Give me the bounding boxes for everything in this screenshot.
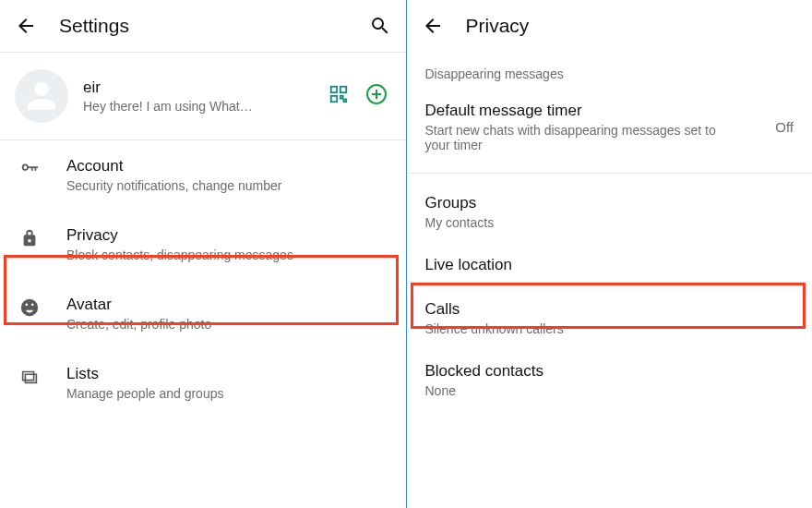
row-title: Calls [425,300,794,319]
lock-icon [18,226,41,248]
settings-item-avatar[interactable]: Avatar Create, edit, profile photo [0,279,406,348]
settings-item-privacy[interactable]: Privacy Block contacts, disappearing mes… [0,210,406,279]
svg-rect-3 [340,96,342,99]
privacy-pane: Privacy Disappearing messages Default me… [407,0,813,508]
qr-code-icon[interactable] [328,84,349,108]
svg-rect-4 [343,100,346,103]
search-icon[interactable] [369,15,391,37]
row-value: Off [775,119,794,135]
avatar-face-icon [18,296,41,318]
row-sub: None [425,383,721,398]
key-icon [18,157,41,179]
row-title: Lists [66,365,391,383]
row-sub: Manage people and groups [66,386,391,401]
privacy-item-groups[interactable]: Groups My contacts [407,181,813,243]
add-circle-icon[interactable] [365,83,388,109]
page-title: Settings [59,15,129,37]
row-sub: My contacts [425,215,721,230]
back-icon[interactable] [15,15,37,37]
privacy-item-calls[interactable]: Calls Silence unknown callers [407,287,813,349]
profile-name: eir [83,79,314,97]
lists-icon [18,365,41,387]
profile-status: Hey there! I am using What… [83,99,314,114]
row-title: Groups [425,194,794,212]
settings-item-account[interactable]: Account Security notifications, change n… [0,140,406,210]
row-title: Account [66,157,391,175]
svg-rect-2 [330,96,336,102]
privacy-header: Privacy [407,0,813,52]
avatar [15,69,68,123]
row-sub: Security notifications, change number [66,178,391,193]
section-header-disappearing: Disappearing messages [407,52,813,89]
row-title: Privacy [66,226,391,245]
svg-rect-0 [330,87,336,92]
row-sub: Block contacts, disappearing messages [66,248,391,262]
settings-header: Settings [0,0,406,52]
page-title: Privacy [466,15,530,37]
back-icon[interactable] [422,15,444,37]
svg-rect-1 [340,87,345,92]
row-sub: Silence unknown callers [425,321,721,336]
row-title: Live location [425,256,794,274]
privacy-item-default-timer[interactable]: Default message timer Start new chats wi… [407,89,813,165]
row-title: Default message timer [425,102,776,120]
row-title: Avatar [66,296,391,314]
profile-row[interactable]: eir Hey there! I am using What… [0,53,406,139]
row-title: Blocked contacts [425,362,794,381]
row-sub: Create, edit, profile photo [66,317,391,332]
privacy-item-blocked[interactable]: Blocked contacts None [407,349,813,411]
settings-item-lists[interactable]: Lists Manage people and groups [0,348,406,417]
privacy-item-live-location[interactable]: Live location [407,243,813,287]
row-sub: Start new chats with disappearing messag… [425,123,721,152]
settings-pane: Settings eir Hey there! I am using What… [0,0,406,508]
